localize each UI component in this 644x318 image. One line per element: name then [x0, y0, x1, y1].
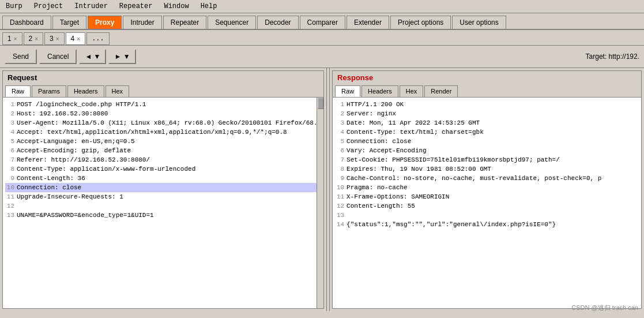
- line-number: 11: [335, 192, 344, 201]
- menu-repeater[interactable]: Repeater: [116, 1, 156, 12]
- sub-tab-4[interactable]: 4 ×: [66, 32, 86, 45]
- menu-burp[interactable]: Burp: [2, 1, 26, 12]
- line-text: Accept-Encoding: gzip, deflate: [17, 146, 321, 155]
- table-row: 7Referer: http://192.168.52.30:8080/: [5, 155, 321, 164]
- line-number: 7: [335, 155, 344, 164]
- request-scroll-thumb[interactable]: [318, 98, 323, 109]
- line-text: Content-Length: 36: [17, 174, 321, 183]
- main-content: Request RawParamsHeadersHex 1POST /login…: [0, 68, 644, 311]
- table-row: 13UNAME=&PASSWORD=&encode_type=1&UID=1: [5, 211, 321, 220]
- sub-tab-more[interactable]: ...: [86, 32, 110, 45]
- line-text: Set-Cookie: PHPSESSID=75ltel01mfb119kmor…: [347, 155, 639, 164]
- line-number: 1: [335, 100, 344, 109]
- response-panel-tabs: RawHeadersHexRender: [333, 84, 641, 98]
- line-text: [347, 211, 639, 220]
- menu-project[interactable]: Project: [31, 1, 66, 12]
- sub-tab-1[interactable]: 1 ×: [2, 32, 22, 45]
- table-row: 5Connection: close: [335, 137, 639, 146]
- menu-intruder[interactable]: Intruder: [71, 1, 111, 12]
- table-row: 1HTTP/1.1 200 OK: [335, 100, 639, 109]
- table-row: 8Content-Type: application/x-www-form-ur…: [5, 164, 321, 174]
- tab-hex[interactable]: Hex: [106, 85, 130, 97]
- nav-tab-project-options[interactable]: Project options: [390, 16, 451, 29]
- line-number: 3: [5, 118, 14, 128]
- table-row: 3User-Agent: Mozilla/5.0 (X11; Linux x86…: [5, 118, 321, 128]
- nav-tab-sequencer[interactable]: Sequencer: [208, 16, 256, 29]
- line-text: {"status":1,"msg":"","url":"general\/ind…: [347, 220, 639, 229]
- nav-tab-intruder[interactable]: Intruder: [123, 16, 161, 29]
- line-number: 1: [5, 100, 14, 109]
- line-text: User-Agent: Mozilla/5.0 (X11; Linux x86_…: [17, 118, 321, 128]
- line-number: 5: [335, 137, 344, 146]
- watermark: CSDN @逃归 trash can: [571, 304, 638, 311]
- nav-fwd-button[interactable]: ► ▼: [108, 49, 135, 64]
- nav-tab-dashboard[interactable]: Dashboard: [2, 16, 51, 29]
- nav-tab-comparer[interactable]: Comparer: [300, 16, 345, 29]
- response-panel-content[interactable]: 1HTTP/1.1 200 OK2Server: nginx3Date: Mon…: [333, 98, 641, 308]
- table-row: 2Host: 192.168.52.30:8080: [5, 109, 321, 118]
- tab-render[interactable]: Render: [424, 85, 458, 97]
- table-row: 9Cache-Control: no-store, no-cache, must…: [335, 174, 639, 183]
- tab-headers[interactable]: Headers: [67, 85, 104, 97]
- close-icon[interactable]: ×: [77, 36, 80, 42]
- line-text: Referer: http://192.168.52.30:8080/: [17, 155, 321, 164]
- table-row: 8Expires: Thu, 19 Nov 1981 08:52:00 GMT: [335, 164, 639, 174]
- request-panel-tabs: RawParamsHeadersHex: [3, 84, 323, 98]
- nav-tab-user-options[interactable]: User options: [452, 16, 506, 29]
- menu-help[interactable]: Help: [197, 1, 221, 12]
- line-text: Expires: Thu, 19 Nov 1981 08:52:00 GMT: [347, 164, 639, 174]
- nav-back-button[interactable]: ◄ ▼: [79, 49, 106, 64]
- request-scrollbar[interactable]: [317, 98, 323, 308]
- line-number: 12: [5, 201, 14, 211]
- line-text: Connection: close: [17, 183, 321, 192]
- nav-tab-target[interactable]: Target: [52, 16, 86, 29]
- table-row: 7Set-Cookie: PHPSESSID=75ltel01mfb119kmo…: [335, 155, 639, 164]
- nav-tab-extender[interactable]: Extender: [347, 16, 389, 29]
- line-text: Connection: close: [347, 137, 639, 146]
- send-button[interactable]: Send: [5, 49, 37, 64]
- nav-tab-decoder[interactable]: Decoder: [257, 16, 298, 29]
- line-number: 13: [5, 211, 14, 220]
- response-panel: Response RawHeadersHexRender 1HTTP/1.1 2…: [332, 70, 642, 309]
- request-panel-content[interactable]: 1POST /logincheck_code.php HTTP/1.12Host…: [3, 98, 323, 308]
- table-row: 11X-Frame-Options: SAMEORIGIN: [335, 192, 639, 201]
- request-panel-title: Request: [3, 71, 323, 84]
- target-label: Target: http://192.: [586, 53, 639, 61]
- tab-headers[interactable]: Headers: [361, 85, 398, 97]
- table-row: 4Content-Type: text/html; charset=gbk: [335, 128, 639, 137]
- menu-window[interactable]: Window: [160, 1, 192, 12]
- tab-params[interactable]: Params: [32, 85, 66, 97]
- line-text: X-Frame-Options: SAMEORIGIN: [347, 192, 639, 201]
- nav-tab-repeater[interactable]: Repeater: [163, 16, 206, 29]
- tab-raw[interactable]: Raw: [5, 85, 31, 97]
- line-text: Accept-Language: en-US,en;q=0.5: [17, 137, 321, 146]
- table-row: 2Server: nginx: [335, 109, 639, 118]
- response-code-area[interactable]: 1HTTP/1.1 200 OK2Server: nginx3Date: Mon…: [333, 98, 641, 231]
- nav-tab-proxy[interactable]: Proxy: [88, 16, 122, 29]
- line-text: HTTP/1.1 200 OK: [347, 100, 639, 109]
- response-panel-title: Response: [333, 71, 641, 84]
- line-number: 10: [5, 183, 14, 192]
- cancel-button[interactable]: Cancel: [39, 49, 77, 64]
- table-row: 3Date: Mon, 11 Apr 2022 14:53:25 GMT: [335, 118, 639, 128]
- table-row: 1POST /logincheck_code.php HTTP/1.1: [5, 100, 321, 109]
- line-text: UNAME=&PASSWORD=&encode_type=1&UID=1: [17, 211, 321, 220]
- request-panel: Request RawParamsHeadersHex 1POST /login…: [2, 70, 324, 309]
- close-icon[interactable]: ×: [14, 36, 17, 42]
- tab-hex[interactable]: Hex: [400, 85, 424, 97]
- line-text: Content-Length: 55: [347, 201, 639, 211]
- tab-raw[interactable]: Raw: [335, 85, 360, 97]
- close-icon[interactable]: ×: [35, 36, 38, 42]
- panel-splitter[interactable]: [326, 68, 330, 311]
- sub-tab-2[interactable]: 2 ×: [24, 32, 44, 45]
- table-row: 10Pragma: no-cache: [335, 183, 639, 192]
- line-number: 6: [5, 146, 14, 155]
- close-icon[interactable]: ×: [56, 36, 59, 42]
- line-number: 5: [5, 137, 14, 146]
- sub-tab-bar: 1 ×2 ×3 ×4 ×...: [0, 30, 644, 46]
- line-number: 3: [335, 118, 344, 128]
- sub-tab-3[interactable]: 3 ×: [44, 32, 65, 45]
- table-row: 4Accept: text/html,application/xhtml+xml…: [5, 128, 321, 137]
- line-number: 2: [335, 109, 344, 118]
- request-code-area[interactable]: 1POST /logincheck_code.php HTTP/1.12Host…: [3, 98, 323, 222]
